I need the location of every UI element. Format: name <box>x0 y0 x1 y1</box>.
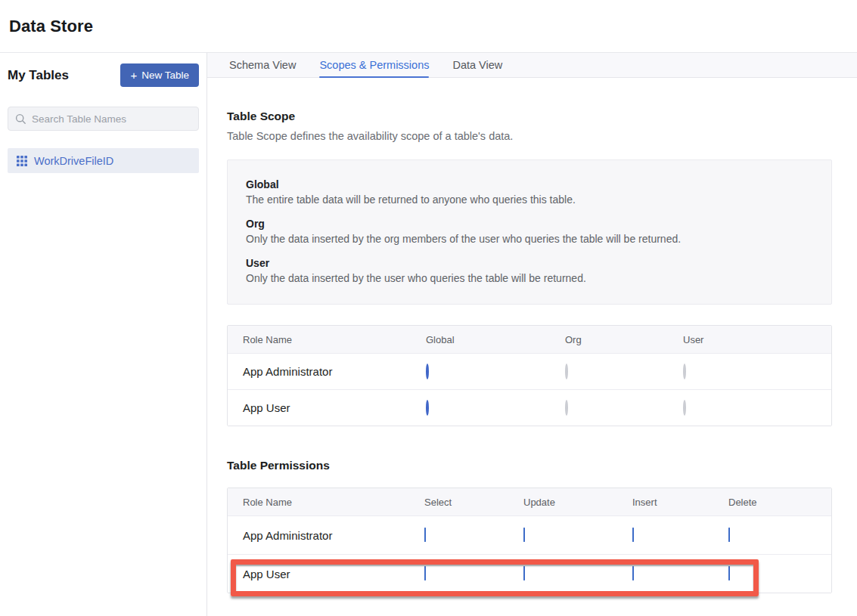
radio-user-org[interactable] <box>565 400 568 416</box>
table-scope-heading: Table Scope <box>227 110 832 123</box>
page-title: Data Store <box>9 17 93 36</box>
radio-admin-user[interactable] <box>683 364 686 379</box>
checkbox-user-insert[interactable] <box>632 566 634 580</box>
tab-schema-view[interactable]: Schema View <box>229 53 296 77</box>
radio-user-user[interactable] <box>683 400 686 416</box>
checkbox-user-update[interactable] <box>523 566 525 580</box>
data-store-app: Data Store My Tables + New Table <box>0 0 857 616</box>
top-header: Data Store <box>0 0 857 53</box>
body-row: My Tables + New Table <box>0 53 857 616</box>
my-tables-heading: My Tables <box>8 68 69 83</box>
scope-info-global: Global The entire table data will be ret… <box>246 178 813 206</box>
radio-admin-org[interactable] <box>565 364 568 379</box>
sidebar-item-workdrivefileid[interactable]: WorkDriveFileID <box>8 148 199 173</box>
scopes-permissions-content: Table Scope Table Scope defines the avai… <box>207 110 857 593</box>
scope-info-user: User Only the data inserted by the user … <box>246 257 813 284</box>
checkbox-user-delete[interactable] <box>728 566 730 580</box>
table-name-label: WorkDriveFileID <box>34 155 113 167</box>
radio-admin-global[interactable] <box>426 364 429 379</box>
scope-info-org: Org Only the data inserted by the org me… <box>246 218 813 245</box>
checkbox-admin-select[interactable] <box>424 528 426 542</box>
permissions-table-header: Role Name Select Update Insert Delete <box>228 488 831 515</box>
new-table-button-label: New Table <box>141 70 189 81</box>
permissions-row-app-user: App User <box>228 554 831 593</box>
tab-scopes-permissions[interactable]: Scopes & Permissions <box>319 53 429 77</box>
checkbox-admin-delete[interactable] <box>728 528 730 542</box>
tab-bar: Schema View Scopes & Permissions Data Vi… <box>207 53 857 78</box>
sidebar-header: My Tables + New Table <box>8 63 199 87</box>
radio-user-global[interactable] <box>426 400 429 416</box>
scope-table-header: Role Name Global Org User <box>228 326 831 353</box>
checkbox-admin-update[interactable] <box>523 528 525 542</box>
checkbox-admin-insert[interactable] <box>632 528 634 542</box>
scope-info-box: Global The entire table data will be ret… <box>227 159 832 305</box>
table-permissions-heading: Table Permissions <box>227 459 832 472</box>
table-grid-icon <box>17 156 27 166</box>
plus-icon: + <box>130 70 137 81</box>
scope-row-app-administrator: App Administrator <box>228 353 831 389</box>
table-search-box[interactable] <box>8 107 199 131</box>
table-scope-table: Role Name Global Org User App Administra… <box>227 325 832 426</box>
main-panel: Schema View Scopes & Permissions Data Vi… <box>207 53 857 616</box>
search-table-input[interactable] <box>32 113 191 125</box>
new-table-button[interactable]: + New Table <box>120 63 199 87</box>
scope-row-app-user: App User <box>228 389 831 426</box>
checkbox-user-select[interactable] <box>424 566 426 580</box>
permissions-row-app-administrator: App Administrator <box>228 515 831 554</box>
search-icon <box>15 113 26 125</box>
table-scope-description: Table Scope defines the availability sco… <box>227 130 832 142</box>
table-permissions-table: Role Name Select Update Insert Delete Ap… <box>227 488 832 593</box>
sidebar: My Tables + New Table <box>0 53 207 616</box>
tab-data-view[interactable]: Data View <box>452 53 502 77</box>
